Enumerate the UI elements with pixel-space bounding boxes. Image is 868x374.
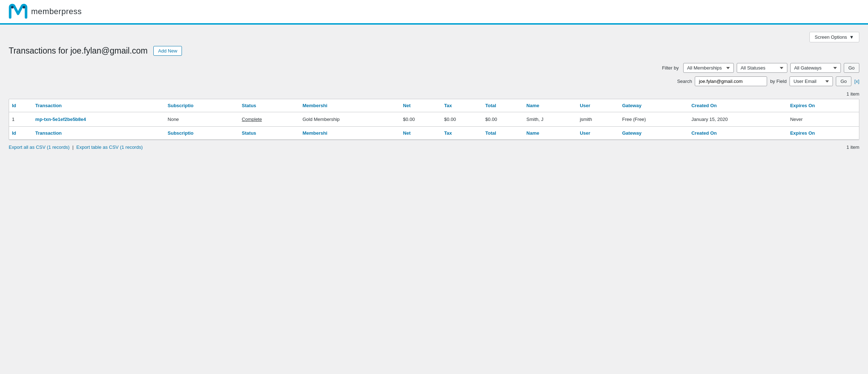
- cell-id: 1: [9, 112, 33, 127]
- filter-go-button[interactable]: Go: [844, 63, 859, 73]
- search-clear-link[interactable]: [x]: [854, 79, 859, 84]
- col-membership: Membershi: [299, 99, 400, 112]
- screen-options-bar: Screen Options ▼: [9, 32, 859, 42]
- cell-subscription: None: [165, 112, 239, 127]
- col-net: Net: [400, 99, 441, 112]
- cell-created-on: January 15, 2020: [689, 112, 787, 127]
- svg-point-0: [23, 6, 25, 9]
- foot-col-membership: Membershi: [299, 127, 400, 140]
- memberships-filter-select[interactable]: All Memberships: [683, 63, 734, 73]
- item-count-bottom: 1 item: [847, 144, 859, 150]
- by-field-label: by Field: [770, 79, 787, 84]
- table-footer: Id Transaction Subscriptio Status Member…: [9, 127, 859, 140]
- export-table-csv-link[interactable]: Export table as CSV (1 records): [76, 144, 143, 150]
- col-subscription: Subscriptio: [165, 99, 239, 112]
- table-footer-row: Id Transaction Subscriptio Status Member…: [9, 127, 859, 140]
- cell-name: Smith, J: [524, 112, 577, 127]
- gateways-filter-select[interactable]: All Gateways: [790, 63, 841, 73]
- cell-tax: $0.00: [441, 112, 482, 127]
- col-created-on: Created On: [689, 99, 787, 112]
- transactions-table-wrapper: Id Transaction Subscriptio Status Member…: [9, 99, 859, 140]
- transaction-link[interactable]: mp-txn-5e1ef2be5b8e4: [35, 117, 86, 122]
- cell-net: $0.00: [400, 112, 441, 127]
- col-tax: Tax: [441, 99, 482, 112]
- search-label: Search: [677, 79, 692, 84]
- cell-total: $0.00: [482, 112, 524, 127]
- screen-options-label: Screen Options: [815, 34, 847, 40]
- table-header-row: Id Transaction Subscriptio Status Member…: [9, 99, 859, 112]
- cell-gateway: Free (Free): [619, 112, 689, 127]
- foot-col-user: User: [577, 127, 619, 140]
- foot-col-name: Name: [524, 127, 577, 140]
- foot-col-gateway: Gateway: [619, 127, 689, 140]
- page-title-row: Transactions for joe.fylan@gmail.com Add…: [9, 46, 859, 56]
- search-input[interactable]: [695, 76, 767, 86]
- foot-col-transaction: Transaction: [33, 127, 165, 140]
- status-link[interactable]: Complete: [242, 117, 262, 122]
- col-total: Total: [482, 99, 524, 112]
- foot-col-net: Net: [400, 127, 441, 140]
- table-header: Id Transaction Subscriptio Status Member…: [9, 99, 859, 112]
- foot-col-tax: Tax: [441, 127, 482, 140]
- table-row: 1 mp-txn-5e1ef2be5b8e4 None Complete Gol…: [9, 112, 859, 127]
- header: memberpress: [0, 0, 868, 25]
- col-user: User: [577, 99, 619, 112]
- cell-status: Complete: [239, 112, 300, 127]
- foot-col-created-on: Created On: [689, 127, 787, 140]
- col-status: Status: [239, 99, 300, 112]
- footer-links-row: Export all as CSV (1 records) | Export t…: [9, 144, 859, 150]
- chevron-down-icon: ▼: [849, 34, 854, 40]
- filter-row: Filter by All Memberships All Statuses A…: [9, 63, 859, 73]
- col-name: Name: [524, 99, 577, 112]
- foot-col-status: Status: [239, 127, 300, 140]
- cell-transaction: mp-txn-5e1ef2be5b8e4: [33, 112, 165, 127]
- memberpress-logo-icon: [9, 4, 27, 20]
- foot-col-total: Total: [482, 127, 524, 140]
- page-title: Transactions for joe.fylan@gmail.com: [9, 46, 148, 56]
- col-transaction: Transaction: [33, 99, 165, 112]
- main-content: Screen Options ▼ Transactions for joe.fy…: [0, 25, 868, 157]
- search-go-button[interactable]: Go: [836, 76, 851, 86]
- cell-membership: Gold Membership: [299, 112, 400, 127]
- foot-col-id: Id: [9, 127, 33, 140]
- search-field-select[interactable]: User Email: [790, 76, 833, 86]
- svg-point-1: [11, 6, 14, 9]
- foot-col-subscription: Subscriptio: [165, 127, 239, 140]
- logo: memberpress: [9, 4, 82, 20]
- logo-text: memberpress: [31, 7, 82, 16]
- col-gateway: Gateway: [619, 99, 689, 112]
- export-all-csv-link[interactable]: Export all as CSV (1 records): [9, 144, 69, 150]
- search-row: Search by Field User Email Go [x]: [9, 76, 859, 86]
- export-separator: |: [72, 144, 73, 150]
- export-links: Export all as CSV (1 records) | Export t…: [9, 144, 143, 150]
- transactions-table: Id Transaction Subscriptio Status Member…: [9, 99, 859, 140]
- statuses-filter-select[interactable]: All Statuses: [737, 63, 787, 73]
- screen-options-button[interactable]: Screen Options ▼: [809, 32, 859, 42]
- cell-expires-on: Never: [787, 112, 859, 127]
- item-count-top: 1 item: [9, 91, 859, 97]
- col-expires-on: Expires On: [787, 99, 859, 112]
- cell-user: jsmith: [577, 112, 619, 127]
- table-body: 1 mp-txn-5e1ef2be5b8e4 None Complete Gol…: [9, 112, 859, 127]
- filter-by-label: Filter by: [662, 65, 678, 71]
- col-id: Id: [9, 99, 33, 112]
- foot-col-expires-on: Expires On: [787, 127, 859, 140]
- add-new-button[interactable]: Add New: [153, 46, 182, 56]
